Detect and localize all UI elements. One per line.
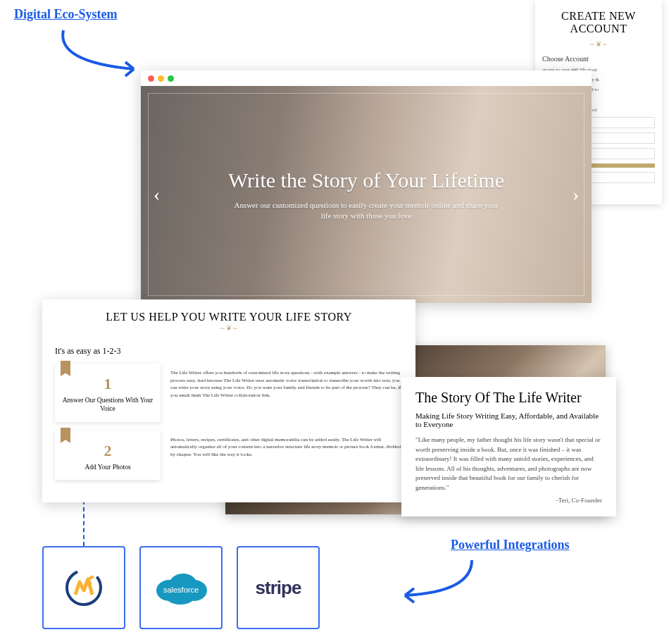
step-2-desc: Photos, letters, recipes, certificates, …: [170, 431, 403, 480]
integration-stripe[interactable]: stripe: [237, 546, 320, 629]
step-caption: Add Your Photos: [61, 463, 155, 471]
stripe-icon: stripe: [256, 577, 301, 599]
integration-mautic[interactable]: [42, 546, 125, 629]
window-chrome: [141, 70, 592, 86]
choose-account-label: Choose Account: [542, 55, 655, 63]
step-number: 2: [61, 442, 155, 460]
story-title: The Story Of The Life Writer: [415, 390, 602, 406]
step-2-box[interactable]: 2 Add Your Photos: [55, 431, 161, 480]
window-minimize-icon[interactable]: [158, 75, 164, 82]
story-card: The Story Of The Life Writer Making Life…: [401, 377, 616, 516]
flourish-icon: ～❦～: [55, 323, 403, 333]
step-1-box[interactable]: 1 Answer Our Questions With Your Voice: [55, 364, 161, 422]
window-close-icon[interactable]: [148, 75, 154, 82]
help-sub: It's as easy as 1-2-3: [55, 346, 403, 357]
salesforce-icon: salesforce: [151, 566, 211, 609]
powerful-integrations-label: Powerful Integrations: [451, 538, 569, 552]
hero-window: ‹ Write the Story of Your Lifetime Answe…: [141, 70, 592, 303]
step-caption: Answer Our Questions With Your Voice: [61, 396, 155, 414]
integrations-row: salesforce stripe: [42, 546, 320, 629]
story-sub: Making Life Story Writing Easy, Affordab…: [415, 411, 602, 428]
step-1-desc: The Life Writer offers you hundreds of c…: [170, 364, 403, 422]
hero-banner: ‹ Write the Story of Your Lifetime Answe…: [141, 86, 592, 303]
arrow-integrations-icon: [394, 557, 479, 606]
account-title: CREATE NEW ACCOUNT: [542, 10, 655, 35]
help-title: LET US HELP YOU WRITE YOUR LIFE STORY: [55, 311, 403, 323]
carousel-prev-icon[interactable]: ‹: [154, 183, 160, 206]
digital-eco-system-label: Digital Eco-System: [14, 7, 117, 22]
step-number: 1: [61, 375, 155, 393]
ribbon-icon: [61, 361, 70, 376]
hero-title: Write the Story of Your Lifetime: [228, 168, 504, 193]
integration-salesforce[interactable]: salesforce: [139, 546, 223, 629]
help-card: LET US HELP YOU WRITE YOUR LIFE STORY ～❦…: [42, 299, 415, 502]
window-zoom-icon[interactable]: [168, 75, 174, 82]
story-attribution: -Teri, Co-Founder: [415, 497, 602, 504]
flourish-icon: ～❦～: [542, 39, 655, 49]
story-quote: "Like many people, my father thought his…: [415, 435, 602, 493]
ribbon-icon: [61, 428, 70, 443]
mautic-icon: [63, 566, 105, 609]
svg-text:salesforce: salesforce: [163, 586, 199, 594]
hero-subtitle: Answer our customized questions to easil…: [232, 200, 500, 222]
carousel-next-icon[interactable]: ›: [573, 183, 579, 206]
arrow-eco-icon: [49, 27, 148, 83]
